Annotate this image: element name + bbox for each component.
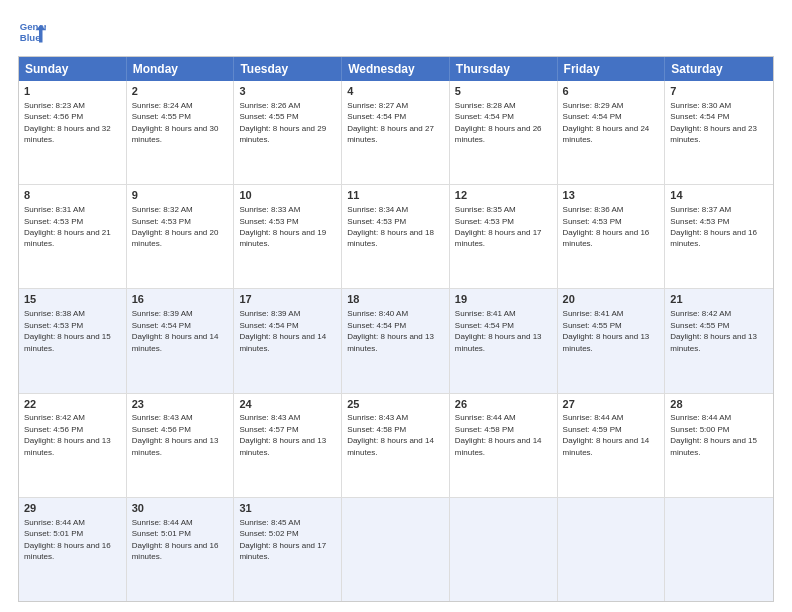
day-number: 6 xyxy=(563,84,660,99)
cal-cell-21: 21Sunrise: 8:42 AMSunset: 4:55 PMDayligh… xyxy=(665,289,773,392)
cell-info: Sunrise: 8:44 AMSunset: 5:00 PMDaylight:… xyxy=(670,413,757,456)
cal-cell-20: 20Sunrise: 8:41 AMSunset: 4:55 PMDayligh… xyxy=(558,289,666,392)
cal-cell-25: 25Sunrise: 8:43 AMSunset: 4:58 PMDayligh… xyxy=(342,394,450,497)
header-day-saturday: Saturday xyxy=(665,57,773,81)
header-day-thursday: Thursday xyxy=(450,57,558,81)
day-number: 14 xyxy=(670,188,768,203)
calendar-row-5: 29Sunrise: 8:44 AMSunset: 5:01 PMDayligh… xyxy=(19,497,773,601)
day-number: 16 xyxy=(132,292,229,307)
svg-text:Blue: Blue xyxy=(20,32,41,43)
day-number: 20 xyxy=(563,292,660,307)
cal-cell-9: 9Sunrise: 8:32 AMSunset: 4:53 PMDaylight… xyxy=(127,185,235,288)
cell-info: Sunrise: 8:26 AMSunset: 4:55 PMDaylight:… xyxy=(239,101,326,144)
calendar-body: 1Sunrise: 8:23 AMSunset: 4:56 PMDaylight… xyxy=(19,81,773,601)
logo: General Blue xyxy=(18,18,50,46)
cell-info: Sunrise: 8:41 AMSunset: 4:54 PMDaylight:… xyxy=(455,309,542,352)
cal-cell-empty xyxy=(558,498,666,601)
day-number: 10 xyxy=(239,188,336,203)
cell-info: Sunrise: 8:43 AMSunset: 4:56 PMDaylight:… xyxy=(132,413,219,456)
cal-cell-17: 17Sunrise: 8:39 AMSunset: 4:54 PMDayligh… xyxy=(234,289,342,392)
cell-info: Sunrise: 8:29 AMSunset: 4:54 PMDaylight:… xyxy=(563,101,650,144)
cal-cell-11: 11Sunrise: 8:34 AMSunset: 4:53 PMDayligh… xyxy=(342,185,450,288)
cal-cell-3: 3Sunrise: 8:26 AMSunset: 4:55 PMDaylight… xyxy=(234,81,342,184)
day-number: 30 xyxy=(132,501,229,516)
cal-cell-6: 6Sunrise: 8:29 AMSunset: 4:54 PMDaylight… xyxy=(558,81,666,184)
cal-cell-23: 23Sunrise: 8:43 AMSunset: 4:56 PMDayligh… xyxy=(127,394,235,497)
day-number: 22 xyxy=(24,397,121,412)
day-number: 28 xyxy=(670,397,768,412)
cal-cell-empty xyxy=(342,498,450,601)
cal-cell-4: 4Sunrise: 8:27 AMSunset: 4:54 PMDaylight… xyxy=(342,81,450,184)
header-day-tuesday: Tuesday xyxy=(234,57,342,81)
cal-cell-13: 13Sunrise: 8:36 AMSunset: 4:53 PMDayligh… xyxy=(558,185,666,288)
cal-cell-10: 10Sunrise: 8:33 AMSunset: 4:53 PMDayligh… xyxy=(234,185,342,288)
page: General Blue SundayMondayTuesdayWednesda… xyxy=(0,0,792,612)
cell-info: Sunrise: 8:24 AMSunset: 4:55 PMDaylight:… xyxy=(132,101,219,144)
day-number: 21 xyxy=(670,292,768,307)
cell-info: Sunrise: 8:44 AMSunset: 4:58 PMDaylight:… xyxy=(455,413,542,456)
day-number: 17 xyxy=(239,292,336,307)
cal-cell-empty xyxy=(450,498,558,601)
cell-info: Sunrise: 8:32 AMSunset: 4:53 PMDaylight:… xyxy=(132,205,219,248)
day-number: 27 xyxy=(563,397,660,412)
cell-info: Sunrise: 8:23 AMSunset: 4:56 PMDaylight:… xyxy=(24,101,111,144)
cell-info: Sunrise: 8:34 AMSunset: 4:53 PMDaylight:… xyxy=(347,205,434,248)
cell-info: Sunrise: 8:30 AMSunset: 4:54 PMDaylight:… xyxy=(670,101,757,144)
header: General Blue xyxy=(18,18,774,46)
cal-cell-5: 5Sunrise: 8:28 AMSunset: 4:54 PMDaylight… xyxy=(450,81,558,184)
cal-cell-31: 31Sunrise: 8:45 AMSunset: 5:02 PMDayligh… xyxy=(234,498,342,601)
cal-cell-16: 16Sunrise: 8:39 AMSunset: 4:54 PMDayligh… xyxy=(127,289,235,392)
cal-cell-30: 30Sunrise: 8:44 AMSunset: 5:01 PMDayligh… xyxy=(127,498,235,601)
day-number: 18 xyxy=(347,292,444,307)
day-number: 26 xyxy=(455,397,552,412)
cell-info: Sunrise: 8:45 AMSunset: 5:02 PMDaylight:… xyxy=(239,518,326,561)
day-number: 12 xyxy=(455,188,552,203)
cell-info: Sunrise: 8:33 AMSunset: 4:53 PMDaylight:… xyxy=(239,205,326,248)
cal-cell-7: 7Sunrise: 8:30 AMSunset: 4:54 PMDaylight… xyxy=(665,81,773,184)
cal-cell-empty xyxy=(665,498,773,601)
cell-info: Sunrise: 8:43 AMSunset: 4:57 PMDaylight:… xyxy=(239,413,326,456)
cell-info: Sunrise: 8:35 AMSunset: 4:53 PMDaylight:… xyxy=(455,205,542,248)
calendar-row-1: 1Sunrise: 8:23 AMSunset: 4:56 PMDaylight… xyxy=(19,81,773,184)
day-number: 5 xyxy=(455,84,552,99)
day-number: 11 xyxy=(347,188,444,203)
cal-cell-29: 29Sunrise: 8:44 AMSunset: 5:01 PMDayligh… xyxy=(19,498,127,601)
day-number: 23 xyxy=(132,397,229,412)
cal-cell-15: 15Sunrise: 8:38 AMSunset: 4:53 PMDayligh… xyxy=(19,289,127,392)
calendar-header: SundayMondayTuesdayWednesdayThursdayFrid… xyxy=(19,57,773,81)
cal-cell-27: 27Sunrise: 8:44 AMSunset: 4:59 PMDayligh… xyxy=(558,394,666,497)
calendar: SundayMondayTuesdayWednesdayThursdayFrid… xyxy=(18,56,774,602)
cell-info: Sunrise: 8:44 AMSunset: 5:01 PMDaylight:… xyxy=(24,518,111,561)
calendar-row-2: 8Sunrise: 8:31 AMSunset: 4:53 PMDaylight… xyxy=(19,184,773,288)
day-number: 9 xyxy=(132,188,229,203)
calendar-row-3: 15Sunrise: 8:38 AMSunset: 4:53 PMDayligh… xyxy=(19,288,773,392)
cell-info: Sunrise: 8:40 AMSunset: 4:54 PMDaylight:… xyxy=(347,309,434,352)
cal-cell-12: 12Sunrise: 8:35 AMSunset: 4:53 PMDayligh… xyxy=(450,185,558,288)
cell-info: Sunrise: 8:41 AMSunset: 4:55 PMDaylight:… xyxy=(563,309,650,352)
day-number: 1 xyxy=(24,84,121,99)
cal-cell-26: 26Sunrise: 8:44 AMSunset: 4:58 PMDayligh… xyxy=(450,394,558,497)
cal-cell-1: 1Sunrise: 8:23 AMSunset: 4:56 PMDaylight… xyxy=(19,81,127,184)
cal-cell-19: 19Sunrise: 8:41 AMSunset: 4:54 PMDayligh… xyxy=(450,289,558,392)
cell-info: Sunrise: 8:28 AMSunset: 4:54 PMDaylight:… xyxy=(455,101,542,144)
day-number: 15 xyxy=(24,292,121,307)
cell-info: Sunrise: 8:37 AMSunset: 4:53 PMDaylight:… xyxy=(670,205,757,248)
cell-info: Sunrise: 8:27 AMSunset: 4:54 PMDaylight:… xyxy=(347,101,434,144)
day-number: 2 xyxy=(132,84,229,99)
cal-cell-2: 2Sunrise: 8:24 AMSunset: 4:55 PMDaylight… xyxy=(127,81,235,184)
day-number: 31 xyxy=(239,501,336,516)
day-number: 3 xyxy=(239,84,336,99)
cell-info: Sunrise: 8:44 AMSunset: 4:59 PMDaylight:… xyxy=(563,413,650,456)
logo-icon: General Blue xyxy=(18,18,46,46)
cal-cell-18: 18Sunrise: 8:40 AMSunset: 4:54 PMDayligh… xyxy=(342,289,450,392)
cell-info: Sunrise: 8:39 AMSunset: 4:54 PMDaylight:… xyxy=(239,309,326,352)
day-number: 19 xyxy=(455,292,552,307)
cal-cell-14: 14Sunrise: 8:37 AMSunset: 4:53 PMDayligh… xyxy=(665,185,773,288)
calendar-row-4: 22Sunrise: 8:42 AMSunset: 4:56 PMDayligh… xyxy=(19,393,773,497)
day-number: 13 xyxy=(563,188,660,203)
day-number: 25 xyxy=(347,397,444,412)
cell-info: Sunrise: 8:36 AMSunset: 4:53 PMDaylight:… xyxy=(563,205,650,248)
cell-info: Sunrise: 8:42 AMSunset: 4:56 PMDaylight:… xyxy=(24,413,111,456)
cal-cell-22: 22Sunrise: 8:42 AMSunset: 4:56 PMDayligh… xyxy=(19,394,127,497)
cell-info: Sunrise: 8:43 AMSunset: 4:58 PMDaylight:… xyxy=(347,413,434,456)
